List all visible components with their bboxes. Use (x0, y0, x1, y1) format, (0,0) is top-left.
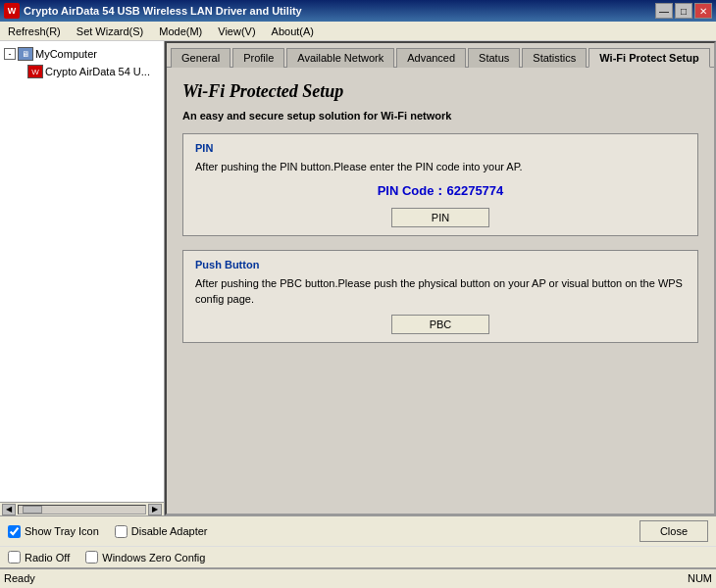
show-tray-icon-checkbox[interactable] (8, 525, 21, 538)
tree-mycomputer-label: MyComputer (35, 48, 97, 60)
tree-node-adapter[interactable]: W Crypto AirData 54 U... (27, 63, 160, 80)
menu-refresh[interactable]: Refresh(R) (4, 24, 65, 39)
main-layout: - 🖥 MyComputer W Crypto AirData 54 U... … (0, 41, 716, 515)
pin-section-title: PIN (195, 142, 686, 154)
show-tray-icon-label: Show Tray Icon (25, 525, 99, 537)
wps-title: Wi-Fi Protected Setup (182, 81, 698, 102)
pbc-button[interactable]: PBC (391, 315, 489, 334)
pin-code-label: PIN Code： (378, 183, 447, 198)
tab-bar: General Profile Available Network Advanc… (167, 43, 714, 67)
window-controls: — □ ✕ (655, 3, 712, 19)
radio-off-group: Radio Off (8, 551, 70, 564)
disable-adapter-group: Disable Adapter (115, 525, 208, 538)
bottom-bar-row1: Show Tray Icon Disable Adapter Close (0, 515, 716, 546)
tree-panel: - 🖥 MyComputer W Crypto AirData 54 U... … (0, 41, 165, 515)
tab-profile[interactable]: Profile (232, 48, 284, 68)
menu-wizard[interactable]: Set Wizard(S) (73, 24, 147, 39)
scroll-right-arrow[interactable]: ▶ (148, 504, 162, 515)
scroll-left-arrow[interactable]: ◀ (2, 504, 16, 515)
status-right: NUM (688, 572, 712, 584)
tree-scrollbar[interactable]: ◀ ▶ (0, 502, 164, 515)
maximize-button[interactable]: □ (675, 3, 692, 19)
tab-wifi-protect-setup[interactable]: Wi-Fi Protect Setup (588, 48, 709, 68)
window-title: Crypto AirData 54 USB Wireless LAN Drive… (24, 5, 302, 17)
tab-advanced[interactable]: Advanced (396, 48, 466, 68)
disable-adapter-checkbox[interactable] (115, 525, 128, 538)
radio-off-label: Radio Off (25, 552, 70, 564)
disable-adapter-label: Disable Adapter (131, 525, 208, 537)
tree-child-node: W Crypto AirData 54 U... (27, 63, 160, 80)
computer-icon: 🖥 (18, 47, 33, 61)
tree-adapter-label: Crypto AirData 54 U... (45, 66, 150, 77)
pbc-section-title: Push Button (195, 259, 686, 270)
pin-code-value: 62275774 (446, 183, 503, 198)
scroll-thumb[interactable] (23, 506, 42, 514)
pin-code-display: PIN Code：62275774 (195, 182, 686, 200)
content-panel: General Profile Available Network Advanc… (165, 41, 716, 515)
menu-mode[interactable]: Mode(M) (155, 24, 206, 39)
radio-off-checkbox[interactable] (8, 551, 21, 564)
close-button[interactable]: Close (639, 520, 708, 542)
tab-available-network[interactable]: Available Network (286, 48, 394, 68)
tree-node-mycomputer[interactable]: - 🖥 MyComputer (4, 45, 160, 63)
wps-content: Wi-Fi Protected Setup An easy and secure… (167, 67, 714, 514)
minimize-button[interactable]: — (655, 3, 673, 19)
tab-general[interactable]: General (171, 48, 230, 68)
tree-expand-icon[interactable]: - (4, 48, 16, 60)
status-text: Ready (4, 572, 35, 584)
bottom-bar-row2: Radio Off Windows Zero Config (0, 546, 716, 567)
wps-subtitle: An easy and secure setup solution for Wi… (182, 110, 698, 122)
pin-button[interactable]: PIN (391, 208, 489, 227)
tab-status[interactable]: Status (468, 48, 520, 68)
menu-about[interactable]: About(A) (268, 24, 318, 39)
scroll-track[interactable] (18, 505, 146, 514)
pin-section: PIN After pushing the PIN button.Please … (182, 133, 698, 236)
pin-section-text: After pushing the PIN button.Please ente… (195, 160, 686, 174)
tree-content: - 🖥 MyComputer W Crypto AirData 54 U... (0, 41, 164, 502)
app-icon: W (4, 3, 20, 19)
windows-zero-config-group: Windows Zero Config (85, 551, 205, 564)
close-window-button[interactable]: ✕ (694, 3, 712, 19)
pbc-section: Push Button After pushing the PBC button… (182, 250, 698, 343)
close-button-container: Close (639, 520, 708, 542)
show-tray-icon-group: Show Tray Icon (8, 525, 99, 538)
tab-statistics[interactable]: Statistics (522, 48, 587, 68)
title-bar: W Crypto AirData 54 USB Wireless LAN Dri… (0, 0, 716, 22)
status-bar: Ready NUM (0, 567, 716, 587)
num-lock-indicator: NUM (688, 572, 712, 584)
windows-zero-config-label: Windows Zero Config (102, 552, 205, 564)
pbc-section-text: After pushing the PBC button.Please push… (195, 276, 686, 307)
menu-view[interactable]: View(V) (214, 24, 259, 39)
menu-bar: Refresh(R) Set Wizard(S) Mode(M) View(V)… (0, 22, 716, 41)
windows-zero-config-checkbox[interactable] (85, 551, 98, 564)
wifi-adapter-icon: W (27, 65, 43, 78)
